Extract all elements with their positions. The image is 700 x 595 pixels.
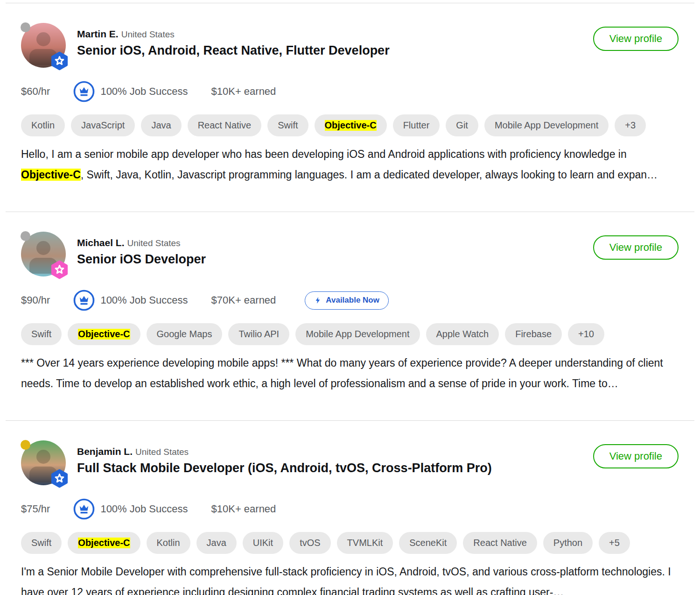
- freelancer-results: Martin E.United States Senior iOS, Andro…: [6, 3, 694, 595]
- skill-chip: Flutter: [393, 114, 440, 136]
- bio-segment: I'm a Senior Mobile Developer with compr…: [21, 566, 671, 595]
- job-success-label: 100% Job Success: [100, 503, 188, 515]
- skill-chip-label: TVMLKit: [347, 538, 383, 548]
- view-profile-button[interactable]: View profile: [593, 444, 679, 468]
- view-profile-button[interactable]: View profile: [593, 27, 679, 51]
- skill-chip-label: Python: [553, 538, 582, 548]
- top-rated-crown-icon: [73, 81, 95, 102]
- skill-chip: Kotlin: [147, 532, 190, 554]
- freelancer-card: Martin E.United States Senior iOS, Andro…: [6, 3, 694, 212]
- skill-chip: tvOS: [289, 532, 330, 554]
- job-success-label: 100% Job Success: [100, 294, 188, 306]
- skill-chip: Mobile App Development: [484, 114, 609, 136]
- skill-chip-label: Mobile App Development: [306, 329, 409, 340]
- skill-chip-label: Objective-C: [78, 538, 130, 548]
- skill-chip-label: React Native: [198, 120, 252, 131]
- skill-chip: TVMLKit: [337, 532, 393, 554]
- skill-chip-label: +10: [578, 329, 594, 340]
- view-profile-button[interactable]: View profile: [593, 235, 679, 260]
- skill-chip: SceneKit: [399, 532, 457, 554]
- skill-chip: React Native: [188, 114, 262, 136]
- avatar[interactable]: [21, 232, 66, 276]
- skill-chip-label: Java: [151, 120, 171, 131]
- freelancer-card: Michael L.United States Senior iOS Devel…: [6, 212, 694, 420]
- skill-chip: Mobile App Development: [295, 323, 420, 345]
- skills-row: SwiftObjective-CKotlinJavaUIKittvOSTVMLK…: [21, 532, 679, 554]
- skill-chip-label: Mobile App Development: [495, 120, 598, 131]
- available-now-badge: Available Now: [305, 291, 389, 310]
- skill-chip: JavaScript: [71, 114, 135, 136]
- skill-chip-label: SceneKit: [409, 538, 447, 548]
- card-header: Michael L.United States Senior iOS Devel…: [21, 232, 679, 276]
- skill-chip: Firebase: [505, 323, 562, 345]
- skill-chip: Apple Watch: [426, 323, 499, 345]
- status-dot: [21, 440, 30, 450]
- skill-chip: Python: [543, 532, 593, 554]
- skill-chip-label: Kotlin: [31, 120, 55, 131]
- skill-chip: UIKit: [243, 532, 283, 554]
- bio-text: I'm a Senior Mobile Developer with compr…: [21, 561, 679, 595]
- top-rated-crown-icon: [73, 290, 95, 311]
- freelancer-country: United States: [121, 29, 175, 39]
- skill-chip-label: Flutter: [403, 120, 430, 131]
- skill-chip: Java: [196, 532, 237, 554]
- skill-chip-label: Java: [207, 538, 226, 548]
- stats-row: $60/hr 100% Job Success $10K+ earned: [21, 81, 679, 102]
- avatar[interactable]: [21, 440, 66, 485]
- available-now-label: Available Now: [326, 296, 379, 305]
- bio-segment: , Swift, Java, Kotlin, Javascript progra…: [81, 169, 658, 181]
- skill-chip-label: Swift: [278, 120, 298, 131]
- skill-chip-label: Twilio API: [238, 329, 279, 340]
- freelancer-head-info: Michael L.United States Senior iOS Devel…: [77, 232, 593, 267]
- freelancer-title: Full Stack Mobile Developer (iOS, Androi…: [77, 460, 593, 475]
- skill-chip-label: Swift: [31, 538, 51, 548]
- top-rated-badge-icon: [50, 260, 69, 279]
- freelancer-country: United States: [135, 447, 189, 457]
- skills-row: KotlinJavaScriptJavaReact NativeSwiftObj…: [21, 114, 679, 136]
- skill-chip: Swift: [21, 532, 62, 554]
- earned-label: $70K+ earned: [211, 294, 276, 306]
- skill-chip-label: Firebase: [515, 329, 552, 340]
- lightning-icon: [314, 295, 322, 305]
- skill-chip: Swift: [21, 323, 62, 345]
- skill-chip-label: React Native: [473, 538, 527, 548]
- job-success: 100% Job Success: [73, 81, 188, 102]
- skill-chip-label: +5: [609, 538, 620, 548]
- card-header: Martin E.United States Senior iOS, Andro…: [21, 23, 679, 68]
- bio-text: *** Over 14 years experience developing …: [21, 353, 679, 394]
- bio-highlight: Objective-C: [21, 169, 81, 181]
- hourly-rate: $90/hr: [21, 294, 50, 306]
- status-dot: [21, 231, 30, 241]
- skill-chip: Swift: [267, 114, 308, 136]
- freelancer-card: Benjamin L.United States Full Stack Mobi…: [6, 420, 694, 595]
- skill-chip-label: Swift: [31, 329, 51, 340]
- skill-chip-label: Kotlin: [157, 538, 180, 548]
- skill-chip-label: Git: [456, 120, 468, 131]
- job-success-label: 100% Job Success: [100, 85, 188, 98]
- bio-segment: *** Over 14 years experience developing …: [21, 357, 663, 390]
- freelancer-title: Senior iOS Developer: [77, 252, 593, 267]
- skills-row: SwiftObjective-CGoogle MapsTwilio APIMob…: [21, 323, 679, 345]
- skill-chip-label: UIKit: [253, 538, 273, 548]
- top-rated-badge-icon: [50, 469, 69, 488]
- skill-chip: Objective-C: [68, 532, 140, 554]
- freelancer-name: Benjamin L.: [77, 446, 133, 457]
- bio-text: Hello, I am a senior mobile app develope…: [21, 144, 679, 185]
- avatar[interactable]: [21, 23, 66, 68]
- hourly-rate: $60/hr: [21, 85, 50, 98]
- stats-row: $90/hr 100% Job Success $70K+ earned: [21, 290, 679, 311]
- skill-chip-label: Objective-C: [325, 120, 377, 131]
- freelancer-name: Martin E.: [77, 28, 119, 39]
- job-success: 100% Job Success: [73, 290, 188, 311]
- skill-chip: React Native: [463, 532, 537, 554]
- skill-chip-label: +3: [625, 120, 636, 131]
- name-row: Martin E.United States: [77, 28, 593, 40]
- freelancer-name: Michael L.: [77, 237, 125, 248]
- hourly-rate: $75/hr: [21, 503, 50, 515]
- status-dot: [21, 22, 30, 32]
- freelancer-country: United States: [127, 238, 181, 248]
- skill-chip-label: JavaScript: [81, 120, 125, 131]
- earned-label: $10K+ earned: [211, 85, 276, 98]
- skill-chip: Java: [141, 114, 181, 136]
- freelancer-title: Senior iOS, Android, React Native, Flutt…: [77, 43, 593, 58]
